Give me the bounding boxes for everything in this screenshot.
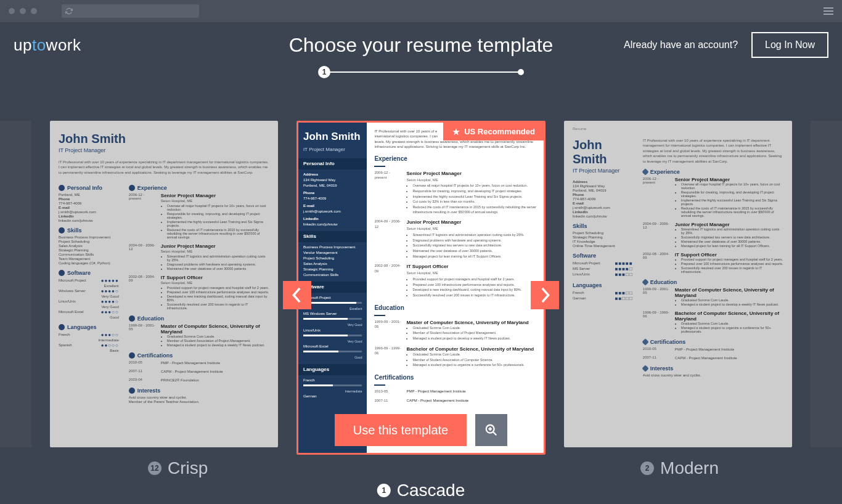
job-bullet: Managed project for lean training for al…: [412, 254, 524, 259]
phone-label: Phone: [303, 191, 314, 195]
cert-icon: [129, 352, 135, 359]
template-ghost-right: [811, 121, 842, 447]
template-label-crisp[interactable]: 12 Crisp: [148, 458, 208, 478]
close-dot[interactable]: [9, 8, 15, 14]
briefcase-icon: [129, 185, 135, 191]
url-bar[interactable]: [62, 4, 199, 18]
job-bullet: Successfully migrated two servers to new…: [412, 243, 524, 248]
skill-item: Project Scheduling: [303, 256, 362, 261]
job-bullet: Maintained the user database of over 300…: [681, 240, 783, 243]
interest-line: Avid cross country skier and cyclist.: [129, 396, 269, 399]
linkedin-label: LinkedIn: [573, 210, 588, 214]
address-label: Address: [303, 173, 318, 176]
job-bullet: Developed a new tracking dashboard, cutt…: [167, 295, 269, 302]
interest-line: Avid cross country skier and cyclist.: [643, 373, 783, 377]
resume-role: IT Project Manager: [573, 168, 633, 174]
template-label-modern[interactable]: 2 Modern: [640, 458, 719, 478]
resume-role: IT Project Manager: [59, 147, 269, 153]
monitor-icon: [59, 270, 65, 276]
job-bullet: Oversaw all major hospital IT projects f…: [412, 184, 536, 189]
window-controls: [9, 8, 37, 14]
template-number: 12: [148, 461, 161, 475]
zoom-in-icon: [484, 423, 498, 437]
carousel-next-button[interactable]: [531, 281, 559, 309]
job-company: Seton Hospital, ME: [406, 177, 536, 182]
job-bullet: Cut costs by 32% in less than six months…: [412, 200, 536, 205]
progress-step-1: 1: [318, 66, 330, 78]
job-bullet: Diagnosed problems with hardware and ope…: [167, 262, 269, 266]
summary-text: levels. My greatest strength is business…: [374, 140, 533, 148]
linkedin-label: LinkedIn: [303, 217, 319, 221]
template-card-crisp[interactable]: John Smith IT Project Manager IT Profess…: [50, 121, 278, 447]
rating-dots: ●●●●○: [101, 299, 119, 304]
resume-summary: IT Professional with over 10 years of ex…: [643, 138, 783, 164]
skill-item: Communication Skills: [303, 272, 362, 278]
edu-dates: 1999-09 - 2001-05: [374, 319, 401, 342]
personal-city: Portland, ME: [59, 193, 119, 197]
progress-step-2: [518, 69, 524, 75]
browser-chrome: [0, 0, 842, 22]
maximize-dot[interactable]: [31, 8, 37, 14]
address-line: Portland, ME, 04019: [573, 189, 633, 192]
template-label-cascade[interactable]: 1 Cascade: [377, 481, 465, 500]
rating-dots: ■■■■■: [615, 261, 633, 266]
cert-icon: [642, 338, 648, 345]
lang-name: Spanish: [59, 343, 72, 348]
rating-dots: ●●○○○: [101, 343, 119, 348]
job-bullet: Successfully resolved over 200 issues in…: [681, 266, 783, 274]
software-name: Microsoft Excel: [59, 310, 84, 314]
job-title: IT Support Officer: [675, 252, 783, 258]
job-title: Senior Project Manager: [675, 177, 783, 182]
job-bullet: Reduced the costs of IT maintenance in 2…: [681, 206, 783, 217]
job-company: Seton Hospital, ME: [406, 270, 521, 275]
rating-dots: ●●●●○: [101, 288, 119, 294]
lang-name: French: [303, 378, 362, 383]
logo-part-1: up: [14, 36, 32, 54]
skill-item: Business Process Improvement: [59, 235, 119, 239]
phone-label: Phone: [573, 193, 584, 197]
use-template-button[interactable]: Use this template: [335, 414, 467, 446]
software-rating: Very Good: [303, 323, 362, 328]
job-bullet: Oversaw all major hospital IT projects f…: [167, 204, 269, 211]
edu-title: Bachelor of Computer Science, University…: [406, 346, 534, 352]
cert-dates: 2007-11: [643, 356, 670, 360]
minimize-dot[interactable]: [20, 8, 26, 14]
summary-text: IT Professional with over 10 years of e: [374, 129, 437, 133]
cert-dates: 2010-05: [374, 389, 401, 394]
badge-text: US Recommended: [464, 127, 535, 136]
logo[interactable]: uptowork: [14, 36, 81, 55]
template-card-modern[interactable]: Resume John Smith IT Project Manager Add…: [564, 121, 792, 447]
cert-title: PMP - Project Management Institute: [406, 389, 465, 394]
template-carousel: John Smith IT Project Manager IT Profess…: [0, 121, 842, 455]
carousel-prev-button[interactable]: [283, 281, 311, 309]
heart-icon: [642, 365, 648, 372]
software-name: Microsoft Project: [303, 295, 362, 301]
lang-rating: Basic: [59, 349, 119, 352]
job-bullet: Implemented the highly successful Lean T…: [681, 198, 783, 206]
email-value: j.smith@uptowork.com: [303, 209, 362, 214]
menu-icon[interactable]: [824, 7, 833, 15]
skill-item: Team Management: [59, 257, 119, 261]
template-card-cascade[interactable]: US Recommended John Smith IT Project Man…: [296, 121, 546, 455]
section-languages: Languages: [573, 282, 633, 288]
template-name: Crisp: [168, 458, 208, 478]
edu-bullet: Member of Student Association of Compute…: [412, 358, 534, 363]
login-button[interactable]: Log In Now: [751, 32, 828, 58]
cert-title: CAPM - Project Management Institute: [675, 356, 737, 360]
skill-bar: [303, 351, 362, 352]
job-bullet: Streamlined IT logistics and administrat…: [681, 227, 783, 235]
job-title: IT Support Officer: [161, 275, 269, 280]
gear-icon: [59, 227, 65, 234]
template-name: Modern: [660, 458, 719, 478]
cert-title: PRINCE2® Foundation: [161, 378, 199, 382]
job-bullet: Implemented the highly successful Lean T…: [412, 195, 536, 200]
software-name: Microsoft Excel: [303, 344, 362, 349]
section-interests: Interests: [137, 388, 161, 394]
skill-item: Strategic Planning: [59, 248, 119, 252]
resume-name: John Smith: [573, 138, 633, 166]
zoom-button[interactable]: [475, 414, 507, 446]
skill-item: Coding languages (C#, Python): [59, 261, 119, 265]
skill-item: Project Scheduling: [59, 240, 119, 243]
linkedin-value: linkedin.com/johnutw: [573, 214, 633, 218]
rating-dots: ■■■■□: [615, 266, 633, 272]
